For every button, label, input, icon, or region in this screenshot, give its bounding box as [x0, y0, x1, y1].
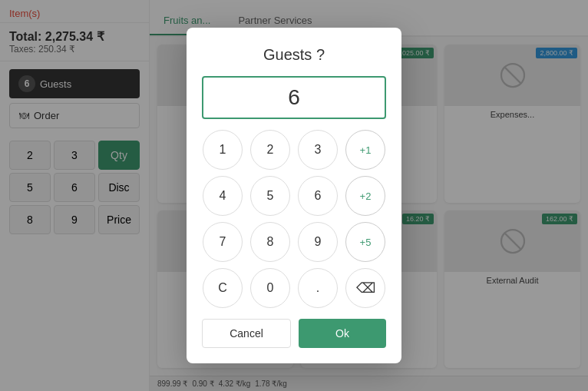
dialog-actions: Cancel Ok — [202, 319, 386, 348]
ok-button[interactable]: Ok — [299, 319, 386, 348]
modal-overlay: Guests ? 1 2 3 +1 4 5 6 +2 7 8 9 +5 C — [0, 0, 588, 391]
cancel-button[interactable]: Cancel — [202, 319, 291, 348]
key-7[interactable]: 7 — [203, 222, 243, 262]
key-plus1[interactable]: +1 — [345, 130, 385, 170]
key-0[interactable]: 0 — [250, 268, 290, 308]
key-2[interactable]: 2 — [250, 130, 290, 170]
key-9[interactable]: 9 — [298, 222, 338, 262]
dialog-title: Guests ? — [202, 46, 386, 64]
key-plus2[interactable]: +2 — [345, 176, 385, 216]
key-6[interactable]: 6 — [298, 176, 338, 216]
app-layout: Item(s) Total: 2,275.34 ₹ Taxes: 250.34 … — [0, 0, 588, 391]
key-3[interactable]: 3 — [298, 130, 338, 170]
key-backspace[interactable]: ⌫ — [345, 268, 385, 308]
key-dot[interactable]: . — [298, 268, 338, 308]
key-8[interactable]: 8 — [250, 222, 290, 262]
guests-dialog: Guests ? 1 2 3 +1 4 5 6 +2 7 8 9 +5 C — [187, 28, 401, 363]
keypad-grid: 1 2 3 +1 4 5 6 +2 7 8 9 +5 C 0 . ⌫ — [202, 130, 386, 308]
key-plus5[interactable]: +5 — [345, 222, 385, 262]
key-4[interactable]: 4 — [203, 176, 243, 216]
key-clear[interactable]: C — [203, 268, 243, 308]
key-5[interactable]: 5 — [250, 176, 290, 216]
guests-input[interactable] — [202, 76, 386, 119]
key-1[interactable]: 1 — [203, 130, 243, 170]
